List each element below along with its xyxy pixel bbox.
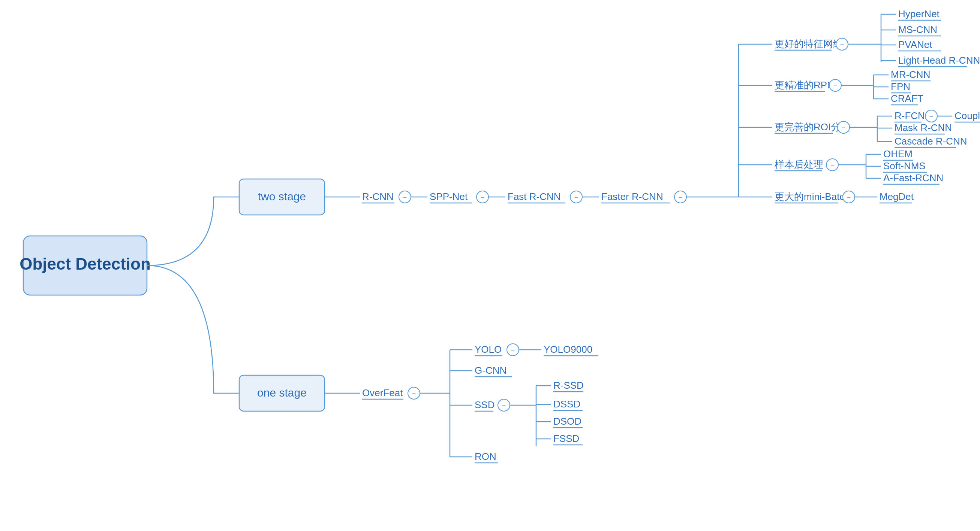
- fpn-label: FPN: [891, 81, 910, 92]
- soft-nms-label: Soft-NMS: [883, 160, 926, 171]
- svg-text:−: −: [412, 390, 416, 397]
- svg-text:−: −: [842, 124, 846, 132]
- mini-batch-label: 更大的mini-Batch: [775, 191, 850, 202]
- svg-text:−: −: [840, 41, 844, 48]
- yolo9000-label: YOLO9000: [544, 344, 592, 355]
- rfcn-label: R-FCN: [894, 110, 925, 121]
- pvanet-label: PVANet: [898, 39, 932, 50]
- rssd-label: R-SSD: [554, 380, 584, 391]
- dsod-label: DSOD: [554, 416, 581, 427]
- two-stage-label: two stage: [258, 190, 306, 203]
- sample-post-label: 样本后处理: [775, 159, 823, 170]
- craft-label: CRAFT: [891, 93, 923, 104]
- svg-text:−: −: [480, 193, 485, 201]
- svg-text:−: −: [929, 113, 934, 120]
- svg-text:−: −: [834, 82, 838, 89]
- svg-text:−: −: [574, 193, 579, 201]
- svg-text:−: −: [679, 193, 683, 201]
- rcnn-label: R-CNN: [362, 191, 394, 202]
- svg-text:−: −: [847, 193, 851, 201]
- cascade-rcnn-label: Cascade R-CNN: [894, 136, 967, 147]
- fssd-label: FSSD: [554, 433, 579, 444]
- better-feature-label: 更好的特征网络: [775, 38, 843, 49]
- megdet-label: MegDet: [880, 191, 914, 202]
- ron-label: RON: [475, 451, 496, 462]
- sppnet-label: SPP-Net: [430, 191, 468, 202]
- mrcnn-label: MR-CNN: [891, 69, 930, 80]
- yolo-label: YOLO: [475, 344, 502, 355]
- svg-text:−: −: [403, 193, 407, 201]
- faster-rcnn-label: Faster R-CNN: [601, 191, 663, 202]
- better-rpn-label: 更精准的RPN: [775, 79, 834, 90]
- hypernet-label: HyperNet: [898, 8, 940, 19]
- fast-rcnn-label: Fast R-CNN: [508, 191, 561, 202]
- mscnn-label: MS-CNN: [898, 24, 937, 35]
- couplenet-label: CoupleNet: [955, 110, 980, 121]
- overfeat-label: OverFeat: [362, 387, 403, 398]
- ohem-label: OHEM: [883, 148, 913, 160]
- afastrcnn-label: A-Fast-RCNN: [883, 172, 943, 184]
- gcnn-label: G-CNN: [475, 365, 506, 376]
- svg-text:−: −: [830, 162, 835, 169]
- dssd-label: DSSD: [554, 398, 580, 410]
- ssd-label: SSD: [475, 399, 495, 411]
- root-label: Object Detection: [19, 255, 151, 273]
- one-stage-label: one stage: [257, 387, 307, 399]
- lighthead-label: Light-Head R-CNN: [898, 55, 980, 66]
- mask-rcnn-label: Mask R-CNN: [894, 122, 952, 133]
- svg-text:−: −: [502, 402, 506, 409]
- svg-text:−: −: [511, 346, 515, 354]
